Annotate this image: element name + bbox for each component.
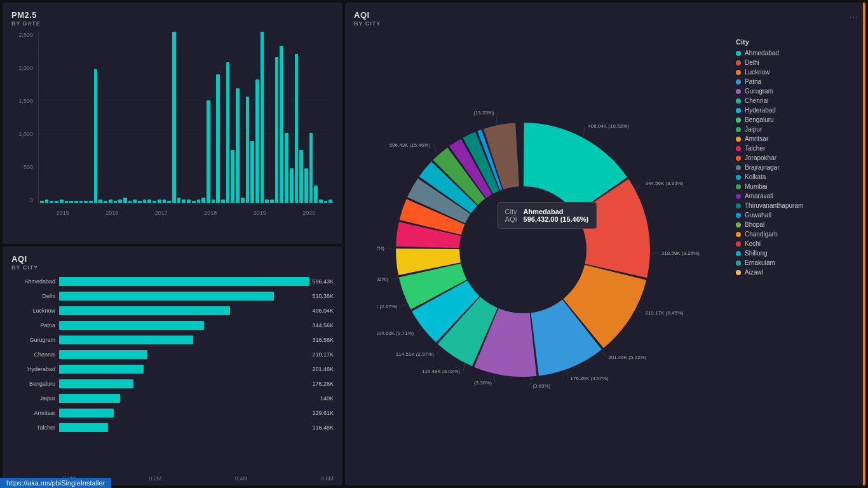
donut-outer-label: 210.17K (5.45%)	[645, 310, 683, 316]
legend-label: Gurugram	[745, 88, 773, 95]
bar	[147, 200, 151, 203]
hbar-city-label: Lucknow	[11, 308, 59, 314]
donut-label-line	[494, 375, 494, 383]
hbar-row: Delhi510.38K	[11, 290, 334, 302]
donut-outer-label: 102.97K (2.67%)	[377, 304, 398, 309]
hbar-value: 140K	[320, 395, 334, 402]
bar	[89, 201, 93, 203]
bar	[60, 200, 64, 203]
donut-label-line	[391, 278, 398, 279]
bar	[69, 201, 73, 203]
hbar-fill	[59, 306, 230, 315]
legend-item: Jaipur	[736, 126, 857, 133]
hbar-fill	[59, 336, 193, 344]
hbar-track	[59, 394, 318, 403]
bar	[118, 200, 122, 203]
donut-label-line	[437, 348, 440, 354]
more-button[interactable]: ...	[849, 9, 859, 20]
bar	[50, 201, 53, 203]
legend-item: Mumbai	[736, 183, 857, 190]
bar	[74, 201, 78, 203]
legend-item: Patna	[736, 78, 857, 85]
hbar-value: 116.48K	[312, 424, 334, 431]
hbar-fill	[59, 292, 274, 301]
bar	[309, 133, 313, 203]
legend-item: Gurugram	[736, 88, 857, 95]
hbar-fill	[59, 277, 309, 286]
legend-item: Talcher	[736, 145, 857, 152]
hbar-city-label: Amritsar	[11, 410, 59, 416]
hbar-city-label: Hyderabad	[11, 366, 59, 372]
legend-label: Amritsar	[745, 135, 768, 142]
hbar-container: Ahmedabad596.43KDelhi510.38KLucknow406.0…	[11, 276, 334, 474]
legend-dot	[736, 70, 741, 75]
legend-item: Hyderabad	[736, 107, 857, 114]
bar	[114, 201, 118, 203]
donut-layout: 596.43K (15.46%)(13.23%)406.04K (10.53%)…	[354, 32, 857, 480]
hbar-track	[59, 409, 309, 417]
bar	[138, 201, 142, 203]
legend-label: Hyderabad	[745, 107, 776, 114]
bar	[319, 200, 323, 203]
pm25-subtitle: BY DATE	[11, 20, 334, 27]
legend-item: Ahmedabad	[736, 50, 857, 57]
donut-label-line	[463, 364, 465, 371]
donut-chart-area: 596.43K (15.46%)(13.23%)406.04K (10.53%)…	[354, 32, 729, 480]
legend-dot	[736, 241, 741, 247]
legend-dot	[736, 184, 741, 189]
hbar-track	[59, 321, 309, 330]
bar	[329, 200, 332, 203]
legend-dot	[736, 194, 741, 199]
hbar-row: Chennai210.17K	[11, 349, 334, 360]
hbar-value: 129.61K	[312, 410, 334, 416]
pm25-y-labels: 2,500 2,000 1,500 1,000 500 0	[11, 32, 36, 203]
legend-dot	[736, 89, 741, 94]
hbar-city-label: Jaipur	[11, 395, 59, 402]
hbar-row: Patna344.56K	[11, 320, 334, 331]
legend-label: Brajrajnagar	[745, 164, 779, 171]
legend-item: Kochi	[736, 240, 857, 247]
hbar-city-label: Bengaluru	[11, 381, 59, 387]
legend-dot	[736, 98, 741, 104]
bar	[45, 200, 49, 203]
bar	[285, 133, 288, 203]
bar	[143, 200, 147, 203]
pm25-x-labels: 2015 2016 2017 2018 2019 2020	[38, 210, 334, 216]
pm25-bars	[39, 32, 334, 203]
hbar-row: Lucknow406.04K	[11, 305, 334, 316]
legend-dot	[736, 232, 741, 237]
hbar-row: Jaipur140K	[11, 393, 334, 404]
legend-label: Shillong	[745, 250, 768, 257]
legend-label: Delhi	[745, 59, 759, 66]
donut-label-line	[583, 126, 585, 137]
hbar-city-label: Chennai	[11, 351, 59, 358]
bar	[177, 198, 181, 203]
legend-label: Talcher	[745, 145, 765, 152]
bar	[192, 201, 196, 203]
legend-items: AhmedabadDelhiLucknowPatnaGurugramChenna…	[736, 50, 857, 278]
hbar-value: 176.26K	[312, 381, 334, 387]
bar	[295, 54, 299, 203]
bar	[241, 198, 245, 203]
legend-item: Chennai	[736, 97, 857, 104]
bar	[226, 62, 230, 203]
bar	[250, 141, 254, 203]
hbar-track	[59, 379, 309, 388]
legend-label: Bhopal	[745, 221, 764, 228]
status-bar: https://aka.ms/pbiSingleInstaller	[0, 478, 111, 488]
bar	[216, 74, 220, 203]
donut-label-line	[417, 329, 422, 333]
pm25-panel: PM2.5 BY DATE 2,500 2,000 1,500 1,000 50…	[3, 3, 342, 244]
legend-label: Kolkata	[745, 173, 766, 180]
bar	[201, 198, 205, 203]
legend-dot	[736, 137, 741, 142]
bar	[207, 100, 210, 203]
donut-outer-label: 104.62K (2.71%)	[377, 330, 414, 336]
donut-outer-label: 596.43K (15.46%)	[389, 142, 430, 148]
legend-dot	[736, 165, 741, 170]
hbar-fill	[59, 423, 108, 432]
hbar-value: 318.58K	[312, 337, 334, 343]
legend-dot	[736, 146, 741, 151]
legend-label: Ahmedabad	[745, 50, 779, 57]
hbar-row: Gurugram318.58K	[11, 334, 334, 346]
